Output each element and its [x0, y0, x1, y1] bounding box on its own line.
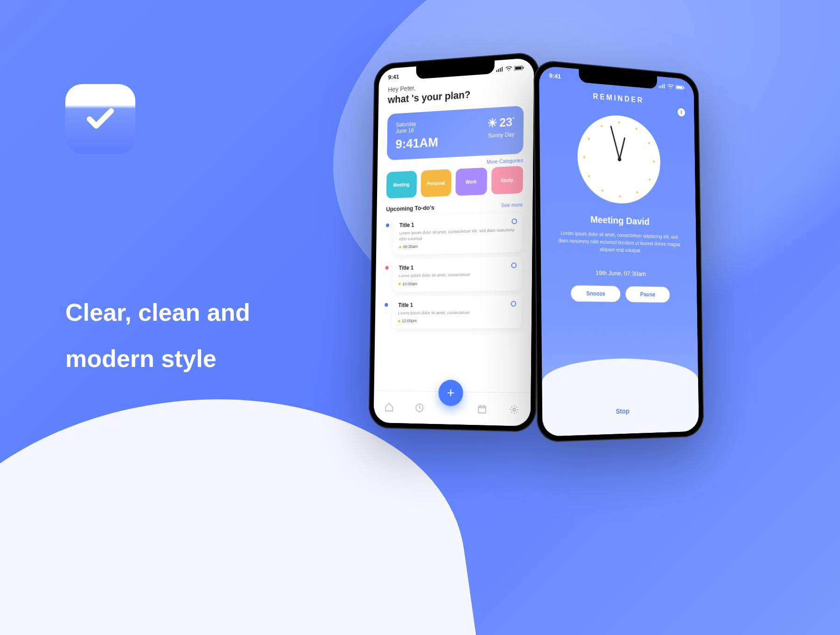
sun-icon: ☀ [487, 116, 497, 131]
svg-rect-0 [496, 70, 497, 72]
wifi-icon [505, 66, 512, 71]
clock-center [618, 157, 622, 161]
svg-rect-5 [515, 66, 522, 70]
svg-rect-1 [498, 69, 499, 71]
phone-mockup-reminder: 9:41 REMINDER i /* ticks generated below… [533, 59, 704, 443]
reminder-event-title: Meeting David [590, 214, 650, 227]
timeline-dot [385, 266, 388, 270]
todo-desc: Lorem ipsum dolor sit amet, consectetuer [398, 310, 515, 316]
todo-title: Title 1 [399, 219, 516, 229]
battery-icon [514, 65, 524, 71]
todo-item[interactable]: Title 1 Lorem ipsum dolor sit amet, cons… [393, 212, 523, 255]
time-dot-icon [399, 246, 401, 248]
todo-time: 10:00am [402, 282, 417, 286]
svg-rect-2 [500, 68, 501, 71]
category-personal[interactable]: Personal [420, 169, 451, 197]
svg-rect-16 [684, 87, 685, 89]
svg-rect-13 [664, 84, 665, 88]
svg-rect-6 [523, 67, 524, 69]
svg-rect-15 [676, 85, 682, 89]
app-icon [65, 84, 135, 154]
svg-rect-11 [660, 85, 661, 88]
svg-rect-10 [659, 86, 660, 88]
snooze-button[interactable]: Snooze [571, 285, 620, 302]
clock-hour-hand [619, 137, 625, 160]
svg-rect-8 [478, 406, 486, 413]
wifi-icon [667, 84, 674, 89]
category-study[interactable]: Study [491, 166, 523, 194]
timeline-dot [385, 303, 388, 307]
timeline-dot [386, 224, 389, 227]
status-time: 9:41 [549, 72, 561, 80]
weather-desc: Sunny Day [487, 131, 514, 139]
time-dot-icon [399, 283, 401, 285]
todo-item[interactable]: Title 1 Lorem ipsum dolor sit amet, cons… [392, 295, 522, 329]
headline-text: Clear, clean and modern style [65, 289, 250, 382]
svg-rect-3 [502, 67, 503, 71]
clock-icon[interactable] [414, 402, 424, 413]
todo-title: Title 1 [398, 301, 515, 308]
bottom-nav: + [373, 390, 531, 426]
pause-button[interactable]: Pause [625, 286, 670, 303]
reminder-datetime: 19th June, 07:30am [595, 269, 646, 277]
settings-icon[interactable] [509, 404, 519, 415]
todo-item[interactable]: Title 1 Lorem ipsum dolor sit amet, cons… [392, 257, 522, 292]
check-icon [84, 103, 117, 135]
category-meeting[interactable]: Meeting [386, 171, 417, 198]
time-dot-icon [398, 320, 400, 322]
home-icon[interactable] [384, 402, 393, 412]
phone-mockup-home: 9:41 Hey Peter, what 's your plan? Satur… [368, 51, 539, 432]
todo-time: 12:00pm [402, 319, 417, 324]
clock-minute-hand [610, 126, 620, 160]
reminder-bottom-wave [542, 358, 699, 437]
signal-icon [659, 83, 666, 88]
weather-time: 9:41AM [395, 135, 438, 152]
stop-button[interactable]: Stop [616, 407, 629, 415]
see-more-link[interactable]: See more [501, 202, 523, 208]
svg-point-9 [513, 408, 515, 411]
category-work[interactable]: Work [455, 168, 487, 196]
signal-icon [496, 67, 503, 72]
weather-temp: 23 [499, 115, 512, 130]
svg-rect-12 [662, 85, 663, 88]
todo-desc: Lorem ipsum dolor sit amet, consectetuer [399, 271, 516, 279]
reminder-title: REMINDER [593, 92, 644, 105]
battery-icon [676, 85, 685, 90]
todo-desc: Lorem ipsum dolor sit amet, consectetuer… [399, 227, 516, 242]
reminder-description: Lorem ipsum dolor sit amet, consectetuer… [540, 229, 696, 256]
todo-time: 08:30am [403, 244, 418, 249]
upcoming-title: Upcoming To-do's [386, 204, 434, 212]
todo-checkbox[interactable] [511, 301, 516, 306]
todo-title: Title 1 [399, 262, 516, 271]
clock-face: /* ticks generated below via JS for brev… [577, 112, 661, 205]
weather-card[interactable]: Saturday June 18 9:41AM ☀23° Sunny Day [387, 106, 524, 160]
todo-checkbox[interactable] [511, 262, 517, 268]
info-icon[interactable]: i [678, 108, 685, 117]
todo-checkbox[interactable] [511, 219, 517, 224]
calendar-icon[interactable] [477, 403, 487, 414]
